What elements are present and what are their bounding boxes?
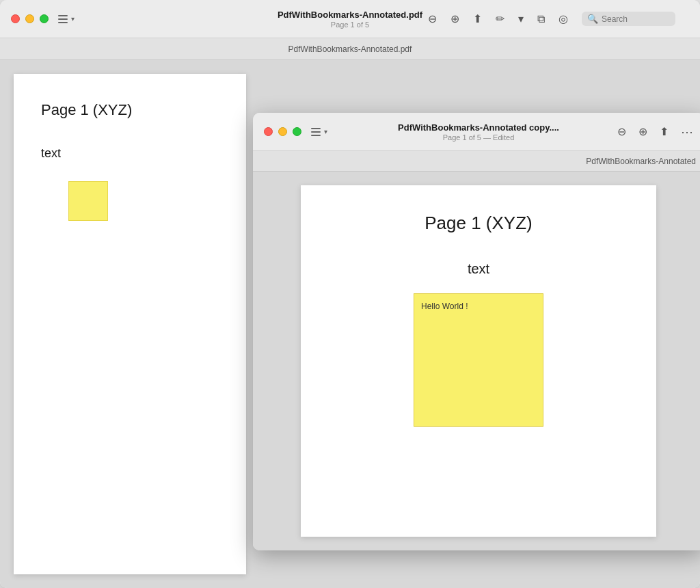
titlebar-back: ▾ PdfWithBookmarks-Annotated.pdf Page 1 … xyxy=(0,0,700,38)
extra-icon-front[interactable]: ⋯ xyxy=(681,124,693,139)
share-icon-front[interactable]: ⬆ xyxy=(660,125,669,138)
traffic-lights-back xyxy=(11,14,49,23)
tab-back-label: PdfWithBookmarks-Annotated.pdf xyxy=(288,44,412,54)
toolbar-front: ⊖ ⊕ ⬆ ⋯ xyxy=(617,124,693,139)
minimize-button-back[interactable] xyxy=(25,14,34,23)
page-back: Page 1 (XYZ) text xyxy=(14,74,246,574)
sticky-note-text: Hello World ! xyxy=(421,302,468,311)
annotate-icon-back[interactable]: ✏ xyxy=(496,12,504,25)
pdf-area-front: Page 1 (XYZ) text Hello World ! xyxy=(253,172,700,550)
toolbar-back: ⊖ ⊕ ⬆ ✏ ▾ ⧉ ◎ 🔍 xyxy=(428,12,675,26)
titlebar-back-info: PdfWithBookmarks-Annotated.pdf Page 1 of… xyxy=(278,10,422,29)
page-front: Page 1 (XYZ) text Hello World ! xyxy=(301,185,656,537)
titlebar-front-info: PdfWithBookmarks-Annotated copy.... Page… xyxy=(398,122,559,142)
chevron-down-icon-front: ▾ xyxy=(324,128,327,135)
traffic-lights-front xyxy=(264,127,301,136)
back-page-text: text xyxy=(41,146,219,161)
search-input-back[interactable] xyxy=(602,14,670,24)
maximize-button-front[interactable] xyxy=(293,127,301,136)
sidebar-toggle-back[interactable]: ▾ xyxy=(58,15,75,23)
tabstrip-front: PdfWithBookmarks-Annotated xyxy=(253,151,700,172)
chevron-down-icon: ▾ xyxy=(71,15,75,23)
back-pageinfo: Page 1 of 5 xyxy=(331,21,369,29)
zoom-in-icon-back[interactable]: ⊕ xyxy=(450,12,459,25)
window-icon-back[interactable]: ⧉ xyxy=(537,13,545,25)
tabstrip-back: PdfWithBookmarks-Annotated.pdf xyxy=(0,38,700,60)
close-button-front[interactable] xyxy=(264,127,273,136)
zoom-out-icon-front[interactable]: ⊖ xyxy=(617,125,626,138)
share-icon-back[interactable]: ⬆ xyxy=(473,12,482,25)
front-filename: PdfWithBookmarks-Annotated copy.... xyxy=(398,122,559,133)
zoom-out-icon-back[interactable]: ⊖ xyxy=(428,12,437,25)
front-pageinfo: Page 1 of 5 — Edited xyxy=(443,133,515,142)
sticky-note-small[interactable] xyxy=(68,181,108,221)
sticky-note-large[interactable]: Hello World ! xyxy=(414,293,543,427)
sidebar-toggle-front[interactable]: ▾ xyxy=(311,128,327,136)
search-bar-back[interactable]: 🔍 xyxy=(582,12,675,26)
back-filename: PdfWithBookmarks-Annotated.pdf xyxy=(278,10,422,20)
search-icon-back: 🔍 xyxy=(587,14,598,24)
front-page-title: Page 1 (XYZ) xyxy=(335,213,622,234)
dropdown-icon-back[interactable]: ▾ xyxy=(518,12,524,25)
close-button-back[interactable] xyxy=(11,14,20,23)
circle-icon-back[interactable]: ◎ xyxy=(558,12,568,25)
zoom-in-icon-front[interactable]: ⊕ xyxy=(638,125,647,138)
tab-front-label: PdfWithBookmarks-Annotated xyxy=(586,157,696,166)
front-window: ▾ PdfWithBookmarks-Annotated copy.... Pa… xyxy=(253,113,700,550)
front-page-text: text xyxy=(335,261,622,277)
maximize-button-back[interactable] xyxy=(40,14,49,23)
minimize-button-front[interactable] xyxy=(278,127,287,136)
back-page-title: Page 1 (XYZ) xyxy=(41,101,219,119)
titlebar-front: ▾ PdfWithBookmarks-Annotated copy.... Pa… xyxy=(253,113,700,151)
